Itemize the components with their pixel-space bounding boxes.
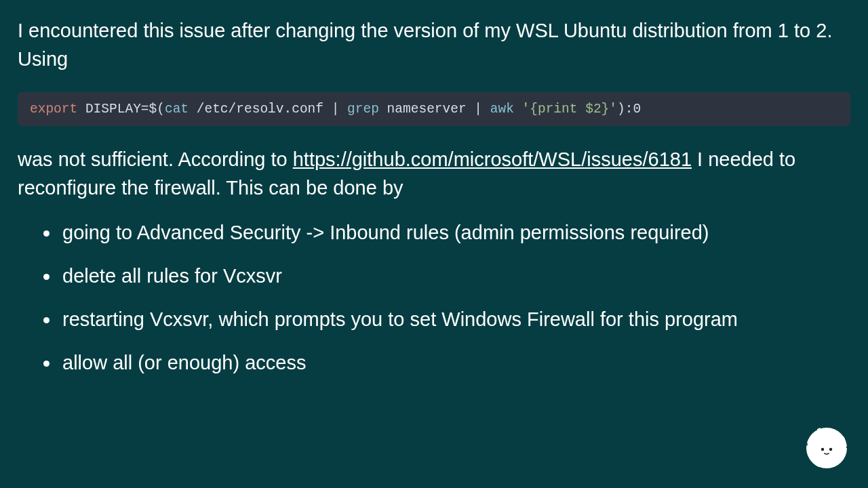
svg-point-1 [821,448,824,451]
list-item: restarting Vcxsvr, which prompts you to … [60,305,850,333]
avatar[interactable] [804,426,849,470]
code-token: nameserver | [379,102,490,117]
list-item: going to Advanced Security -> Inbound ru… [60,218,850,247]
issue-link[interactable]: https://github.com/microsoft/WSL/issues/… [293,148,692,170]
explanation-paragraph: was not sufficient. According to https:/… [18,145,850,202]
steps-list: going to Advanced Security -> Inbound ru… [60,218,850,377]
svg-point-2 [829,448,832,451]
code-token-tail: ):0 [617,102,641,117]
code-token [514,102,522,117]
code-block: export DISPLAY=$(cat /etc/resolv.conf | … [18,92,850,126]
code-token-lhs: DISPLAY=$( [85,102,165,117]
code-token [77,102,85,117]
list-item: allow all (or enough) access [60,348,850,377]
code-token-cmd: cat [165,102,189,117]
list-item: delete all rules for Vcxsvr [60,262,850,290]
svg-point-0 [806,428,847,468]
code-token [189,102,197,117]
code-token-cmd: awk [490,102,514,117]
para2-pre: was not sufficient. According to [18,148,293,170]
code-token-keyword: export [30,102,77,117]
code-token-cmd: grep [347,102,379,117]
intro-paragraph: I encountered this issue after changing … [18,16,850,73]
code-token-string: '{print $2}' [522,102,617,117]
code-token-path: /etc/resolv.conf | [197,102,347,117]
